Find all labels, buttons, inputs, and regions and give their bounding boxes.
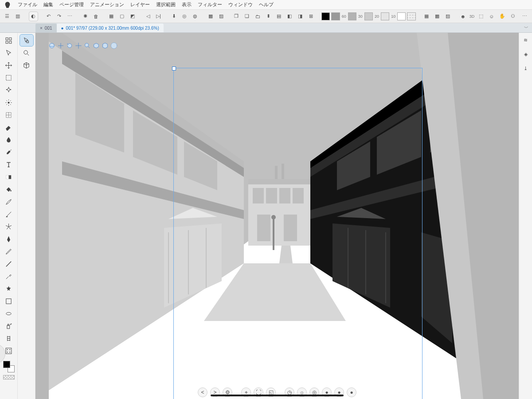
swatch-white[interactable]: [397, 12, 406, 20]
correction-tool[interactable]: [2, 332, 16, 344]
cube-axis-icon[interactable]: [101, 42, 109, 50]
foreground-color[interactable]: [3, 361, 10, 368]
wand-tool[interactable]: [2, 84, 16, 96]
cloud-sync-icon[interactable]: ◐: [29, 12, 38, 21]
pan-icon[interactable]: [57, 42, 65, 50]
redo-button[interactable]: ↷: [55, 12, 64, 21]
layer-mask[interactable]: ◧: [285, 12, 294, 21]
screentone-2[interactable]: ▨: [216, 12, 226, 21]
burst-tool[interactable]: [2, 97, 16, 108]
layer-dup[interactable]: ❏: [243, 12, 252, 21]
ruler-tool[interactable]: [2, 308, 16, 319]
menu-help[interactable]: ヘルプ: [259, 1, 274, 8]
swatch-black[interactable]: [321, 12, 330, 20]
roll-icon[interactable]: [66, 42, 74, 50]
export-icon[interactable]: ⤓: [521, 64, 530, 73]
grid-view-icon[interactable]: [2, 35, 16, 46]
invert-sel-button[interactable]: ◩: [128, 12, 137, 21]
cube-top-icon[interactable]: [92, 42, 100, 50]
color-swatches[interactable]: [3, 361, 15, 372]
pencil-tool[interactable]: [2, 246, 16, 257]
menu-view[interactable]: 表示: [182, 1, 192, 8]
move-xyz-icon[interactable]: [74, 42, 82, 50]
undo-button[interactable]: ↶: [44, 12, 53, 21]
airbrush-tool[interactable]: [2, 146, 16, 158]
screentone-1[interactable]: ▩: [206, 12, 215, 21]
layers-icon[interactable]: ≋: [521, 35, 530, 44]
canvas-workspace[interactable]: < > ⚙ ⌖ ⛶ ◱ ◷ ☼ ◎ ● ● ●: [35, 33, 519, 399]
hand-icon[interactable]: ✋: [497, 12, 507, 21]
tone-b-icon[interactable]: ▩: [432, 12, 442, 21]
speedline-tool[interactable]: [2, 221, 16, 232]
tone-a-icon[interactable]: ▦: [422, 12, 431, 21]
blend-tool[interactable]: [2, 134, 16, 145]
panel-toggle-icon[interactable]: ▥: [13, 12, 23, 21]
menu-edit[interactable]: 編集: [43, 1, 53, 8]
document-tab-001[interactable]: × 001: [35, 23, 57, 32]
spray-tool[interactable]: [2, 320, 16, 332]
materials-icon[interactable]: ◈: [521, 50, 530, 59]
frame-tool[interactable]: [2, 295, 16, 307]
swatch-30[interactable]: [348, 12, 356, 20]
layer-flat[interactable]: ▤: [274, 12, 284, 21]
text-tool[interactable]: [2, 159, 16, 170]
menu-file[interactable]: ファイル: [18, 1, 37, 8]
swatch-60[interactable]: [331, 12, 340, 20]
light3-icon[interactable]: ●: [347, 387, 356, 397]
layer-clip[interactable]: ◨: [296, 12, 305, 21]
pose-icon[interactable]: ⚇: [508, 12, 517, 21]
layer-new[interactable]: ❐: [232, 12, 241, 21]
material-a-icon[interactable]: ◎: [180, 12, 189, 21]
gradient-tool[interactable]: [2, 171, 16, 183]
cube-icon[interactable]: ⬚: [476, 12, 485, 21]
menu-window[interactable]: ウィンドウ: [228, 1, 253, 8]
tone-c-icon[interactable]: ▨: [443, 12, 452, 21]
select-all-button[interactable]: ▦: [106, 12, 116, 21]
page-frame[interactable]: [174, 68, 422, 399]
prev-keyframe-button[interactable]: <: [198, 387, 207, 397]
vector-tool[interactable]: [2, 208, 16, 220]
deselect-button[interactable]: ▢: [117, 12, 126, 21]
layer-lock[interactable]: ⊞: [306, 12, 316, 21]
decoration-tool[interactable]: [2, 283, 16, 294]
pen-tool[interactable]: [2, 233, 16, 245]
bucket-tool[interactable]: [2, 184, 16, 195]
trash-button[interactable]: 🗑: [91, 12, 101, 21]
move-tool[interactable]: [2, 59, 16, 71]
history-button[interactable]: ⋯: [65, 12, 74, 21]
layer-folder[interactable]: 🗀: [253, 12, 262, 21]
sidebar-toggle-icon[interactable]: ☰: [3, 12, 12, 21]
next-page-button[interactable]: ▷|: [154, 12, 163, 21]
swatch-10[interactable]: [381, 12, 389, 20]
document-tab-001-active[interactable]: ● 001* 97/97 (229.00 x 321.00mm 600dpi 2…: [57, 23, 164, 32]
menu-overflow-icon[interactable]: ⋯: [520, 12, 529, 21]
eyedropper-tool[interactable]: [2, 270, 16, 282]
cube-rot-icon[interactable]: [110, 42, 118, 50]
tabs-dropdown-icon[interactable]: ﹀: [524, 25, 528, 31]
close-icon[interactable]: ×: [40, 26, 43, 31]
eraser-tool[interactable]: [2, 121, 16, 133]
swatch-20[interactable]: [364, 12, 373, 20]
material-b-icon[interactable]: ◍: [191, 12, 200, 21]
subtool-3d[interactable]: [20, 59, 33, 71]
menu-layer[interactable]: レイヤー: [130, 1, 150, 8]
subtool-zoom[interactable]: [20, 47, 33, 59]
orbit-icon[interactable]: [48, 42, 56, 50]
line-tool[interactable]: [2, 258, 16, 270]
marquee-tool[interactable]: [2, 72, 16, 83]
zoom-icon[interactable]: [83, 42, 91, 50]
menu-filter[interactable]: フィルター: [198, 1, 222, 8]
brush-tool[interactable]: [2, 196, 16, 207]
subtool-object[interactable]: [20, 35, 33, 46]
prev-page-button[interactable]: ◁: [143, 12, 153, 21]
download-icon[interactable]: ⬇: [169, 12, 179, 21]
face-icon[interactable]: ☻: [458, 12, 468, 21]
menu-page[interactable]: ページ管理: [59, 1, 84, 8]
robot-icon[interactable]: ☺: [487, 12, 496, 21]
layer-merge[interactable]: ⬍: [264, 12, 273, 21]
pointer-tool[interactable]: [2, 47, 16, 59]
swatch-transparent[interactable]: [407, 12, 415, 20]
menu-animation[interactable]: アニメーション: [90, 1, 124, 8]
menu-selection[interactable]: 選択範囲: [156, 1, 176, 8]
mesh-tool[interactable]: [2, 109, 16, 121]
